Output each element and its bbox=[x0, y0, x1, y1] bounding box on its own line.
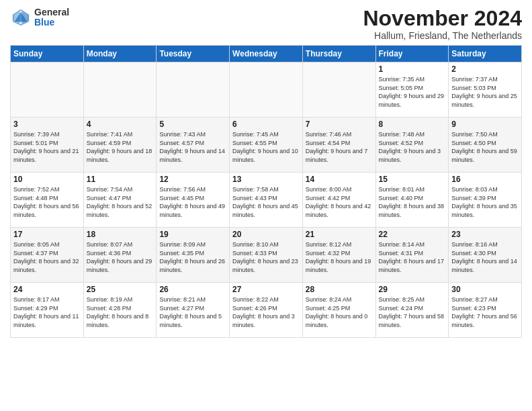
day-number: 15 bbox=[379, 175, 446, 184]
day-number: 12 bbox=[159, 175, 226, 184]
day-number: 24 bbox=[13, 285, 81, 294]
day-info: Sunrise: 8:24 AM Sunset: 4:25 PM Dayligh… bbox=[306, 295, 373, 329]
weekday-header: Saturday bbox=[449, 46, 522, 62]
day-info: Sunrise: 8:21 AM Sunset: 4:27 PM Dayligh… bbox=[159, 295, 226, 329]
calendar-cell: 6Sunrise: 7:45 AM Sunset: 4:55 PM Daylig… bbox=[230, 118, 303, 173]
logo-text: General Blue bbox=[34, 7, 69, 28]
calendar-cell: 13Sunrise: 7:58 AM Sunset: 4:43 PM Dayli… bbox=[230, 173, 303, 228]
day-info: Sunrise: 8:07 AM Sunset: 4:36 PM Dayligh… bbox=[87, 240, 154, 274]
day-info: Sunrise: 8:00 AM Sunset: 4:42 PM Dayligh… bbox=[306, 185, 373, 219]
calendar-cell: 21Sunrise: 8:12 AM Sunset: 4:32 PM Dayli… bbox=[302, 228, 375, 283]
calendar-week-row: 17Sunrise: 8:05 AM Sunset: 4:37 PM Dayli… bbox=[11, 228, 522, 283]
calendar-cell: 26Sunrise: 8:21 AM Sunset: 4:27 PM Dayli… bbox=[157, 283, 230, 338]
day-info: Sunrise: 7:35 AM Sunset: 5:05 PM Dayligh… bbox=[379, 75, 446, 109]
weekday-header: Tuesday bbox=[157, 46, 230, 62]
day-number: 2 bbox=[451, 64, 519, 74]
calendar-cell bbox=[83, 62, 157, 118]
logo-icon bbox=[10, 7, 32, 28]
day-number: 7 bbox=[306, 120, 373, 129]
calendar-cell: 23Sunrise: 8:16 AM Sunset: 4:30 PM Dayli… bbox=[449, 228, 522, 283]
day-info: Sunrise: 8:10 AM Sunset: 4:33 PM Dayligh… bbox=[232, 240, 300, 274]
day-number: 30 bbox=[451, 285, 519, 294]
location: Hallum, Friesland, The Netherlands bbox=[363, 30, 522, 41]
day-info: Sunrise: 7:54 AM Sunset: 4:47 PM Dayligh… bbox=[87, 185, 154, 219]
calendar-cell: 5Sunrise: 7:43 AM Sunset: 4:57 PM Daylig… bbox=[157, 118, 230, 173]
calendar-cell: 8Sunrise: 7:48 AM Sunset: 4:52 PM Daylig… bbox=[375, 118, 449, 173]
day-info: Sunrise: 7:37 AM Sunset: 5:03 PM Dayligh… bbox=[451, 75, 519, 109]
logo: General Blue bbox=[10, 7, 69, 28]
day-info: Sunrise: 7:43 AM Sunset: 4:57 PM Dayligh… bbox=[159, 130, 226, 164]
page: General Blue November 2024 Hallum, Fries… bbox=[0, 0, 532, 411]
calendar-week-row: 1Sunrise: 7:35 AM Sunset: 5:05 PM Daylig… bbox=[11, 62, 522, 118]
calendar-body: 1Sunrise: 7:35 AM Sunset: 5:05 PM Daylig… bbox=[11, 62, 522, 338]
day-number: 29 bbox=[379, 285, 446, 294]
day-info: Sunrise: 8:25 AM Sunset: 4:24 PM Dayligh… bbox=[379, 295, 446, 329]
day-number: 3 bbox=[13, 120, 81, 129]
calendar-cell: 2Sunrise: 7:37 AM Sunset: 5:03 PM Daylig… bbox=[449, 62, 522, 118]
day-number: 8 bbox=[379, 120, 446, 129]
day-number: 17 bbox=[13, 230, 81, 239]
day-info: Sunrise: 7:56 AM Sunset: 4:45 PM Dayligh… bbox=[159, 185, 226, 219]
calendar-cell: 20Sunrise: 8:10 AM Sunset: 4:33 PM Dayli… bbox=[230, 228, 303, 283]
day-number: 13 bbox=[232, 175, 300, 184]
calendar-week-row: 10Sunrise: 7:52 AM Sunset: 4:48 PM Dayli… bbox=[11, 173, 522, 228]
weekday-header: Monday bbox=[83, 46, 157, 62]
day-number: 16 bbox=[451, 175, 519, 184]
calendar-cell: 25Sunrise: 8:19 AM Sunset: 4:28 PM Dayli… bbox=[83, 283, 157, 338]
day-number: 11 bbox=[87, 175, 154, 184]
calendar-table: SundayMondayTuesdayWednesdayThursdayFrid… bbox=[10, 45, 522, 338]
day-info: Sunrise: 8:27 AM Sunset: 4:23 PM Dayligh… bbox=[451, 295, 519, 329]
day-info: Sunrise: 7:41 AM Sunset: 4:59 PM Dayligh… bbox=[87, 130, 154, 164]
day-info: Sunrise: 7:39 AM Sunset: 5:01 PM Dayligh… bbox=[13, 130, 81, 164]
day-number: 26 bbox=[159, 285, 226, 294]
day-number: 6 bbox=[232, 120, 300, 129]
calendar-cell: 28Sunrise: 8:24 AM Sunset: 4:25 PM Dayli… bbox=[302, 283, 375, 338]
day-info: Sunrise: 8:12 AM Sunset: 4:32 PM Dayligh… bbox=[306, 240, 373, 274]
weekday-header: Thursday bbox=[302, 46, 375, 62]
logo-blue-text: Blue bbox=[34, 17, 69, 28]
calendar-cell: 1Sunrise: 7:35 AM Sunset: 5:05 PM Daylig… bbox=[375, 62, 449, 118]
day-number: 18 bbox=[87, 230, 154, 239]
calendar-week-row: 24Sunrise: 8:17 AM Sunset: 4:29 PM Dayli… bbox=[11, 283, 522, 338]
calendar-cell: 30Sunrise: 8:27 AM Sunset: 4:23 PM Dayli… bbox=[449, 283, 522, 338]
day-info: Sunrise: 8:05 AM Sunset: 4:37 PM Dayligh… bbox=[13, 240, 81, 274]
title-block: November 2024 Hallum, Friesland, The Net… bbox=[363, 7, 522, 41]
weekday-header: Friday bbox=[375, 46, 449, 62]
day-number: 23 bbox=[451, 230, 519, 239]
day-info: Sunrise: 7:58 AM Sunset: 4:43 PM Dayligh… bbox=[232, 185, 300, 219]
day-info: Sunrise: 8:17 AM Sunset: 4:29 PM Dayligh… bbox=[13, 295, 81, 329]
day-info: Sunrise: 8:14 AM Sunset: 4:31 PM Dayligh… bbox=[379, 240, 446, 274]
day-number: 9 bbox=[451, 120, 519, 129]
calendar-cell: 11Sunrise: 7:54 AM Sunset: 4:47 PM Dayli… bbox=[83, 173, 157, 228]
calendar-cell bbox=[11, 62, 84, 118]
day-number: 1 bbox=[379, 64, 446, 74]
calendar-header-row: SundayMondayTuesdayWednesdayThursdayFrid… bbox=[11, 46, 522, 62]
calendar-cell: 15Sunrise: 8:01 AM Sunset: 4:40 PM Dayli… bbox=[375, 173, 449, 228]
day-number: 10 bbox=[13, 175, 81, 184]
calendar-cell: 16Sunrise: 8:03 AM Sunset: 4:39 PM Dayli… bbox=[449, 173, 522, 228]
calendar-cell: 9Sunrise: 7:50 AM Sunset: 4:50 PM Daylig… bbox=[449, 118, 522, 173]
day-info: Sunrise: 7:50 AM Sunset: 4:50 PM Dayligh… bbox=[451, 130, 519, 164]
day-info: Sunrise: 7:45 AM Sunset: 4:55 PM Dayligh… bbox=[232, 130, 300, 164]
calendar-cell: 10Sunrise: 7:52 AM Sunset: 4:48 PM Dayli… bbox=[11, 173, 84, 228]
day-info: Sunrise: 8:22 AM Sunset: 4:26 PM Dayligh… bbox=[232, 295, 300, 329]
day-number: 19 bbox=[159, 230, 226, 239]
header: General Blue November 2024 Hallum, Fries… bbox=[10, 7, 522, 41]
calendar-week-row: 3Sunrise: 7:39 AM Sunset: 5:01 PM Daylig… bbox=[11, 118, 522, 173]
calendar-cell: 4Sunrise: 7:41 AM Sunset: 4:59 PM Daylig… bbox=[83, 118, 157, 173]
weekday-header: Wednesday bbox=[230, 46, 303, 62]
day-info: Sunrise: 8:16 AM Sunset: 4:30 PM Dayligh… bbox=[451, 240, 519, 274]
calendar-cell: 12Sunrise: 7:56 AM Sunset: 4:45 PM Dayli… bbox=[157, 173, 230, 228]
calendar-cell: 17Sunrise: 8:05 AM Sunset: 4:37 PM Dayli… bbox=[11, 228, 84, 283]
calendar-cell: 22Sunrise: 8:14 AM Sunset: 4:31 PM Dayli… bbox=[375, 228, 449, 283]
day-info: Sunrise: 8:03 AM Sunset: 4:39 PM Dayligh… bbox=[451, 185, 519, 219]
day-info: Sunrise: 7:52 AM Sunset: 4:48 PM Dayligh… bbox=[13, 185, 81, 219]
calendar-cell: 3Sunrise: 7:39 AM Sunset: 5:01 PM Daylig… bbox=[11, 118, 84, 173]
calendar-cell bbox=[230, 62, 303, 118]
day-info: Sunrise: 8:01 AM Sunset: 4:40 PM Dayligh… bbox=[379, 185, 446, 219]
month-title: November 2024 bbox=[363, 7, 522, 30]
day-number: 27 bbox=[232, 285, 300, 294]
calendar-cell: 24Sunrise: 8:17 AM Sunset: 4:29 PM Dayli… bbox=[11, 283, 84, 338]
day-number: 4 bbox=[87, 120, 154, 129]
calendar-cell bbox=[302, 62, 375, 118]
